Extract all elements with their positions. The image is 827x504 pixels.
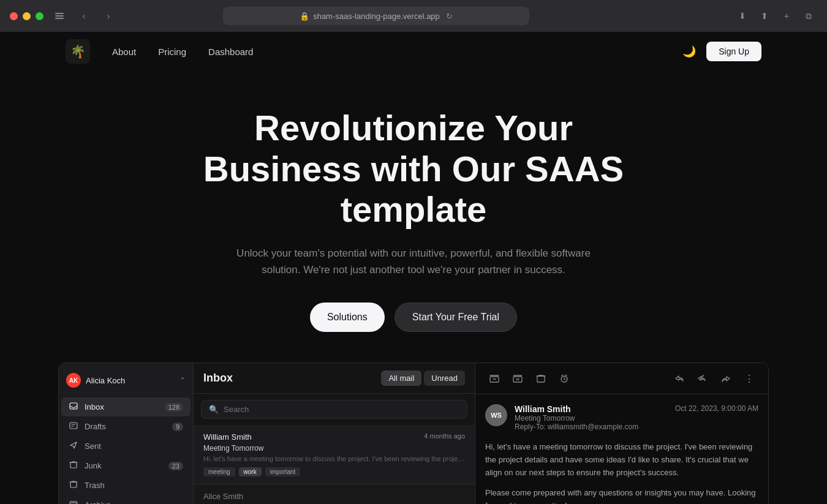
trash-button[interactable] xyxy=(532,369,550,388)
download-button[interactable]: ⬇ xyxy=(734,7,751,24)
user-avatar: AK xyxy=(66,373,81,388)
tag-work[interactable]: work xyxy=(239,467,262,476)
mail-preview: AK Alicia Koch ⌃ Inbox 128 Dra xyxy=(58,363,769,504)
back-button[interactable]: ‹ xyxy=(75,7,93,24)
email-preview: Hi, let's have a meeting tomorrow to dis… xyxy=(203,455,465,462)
sidebar-item-trash[interactable]: Trash xyxy=(61,476,191,495)
hero-subtitle: Unlock your team's potential with our in… xyxy=(230,245,597,278)
sidebar-item-drafts[interactable]: Drafts 9 xyxy=(61,417,191,436)
forward-button[interactable]: › xyxy=(100,7,117,24)
svg-rect-10 xyxy=(537,376,545,382)
drafts-icon xyxy=(69,421,78,432)
svg-rect-0 xyxy=(55,13,64,14)
archive-button[interactable] xyxy=(485,369,504,388)
filter-all-mail[interactable]: All mail xyxy=(381,370,421,386)
share-button[interactable]: ⬆ xyxy=(756,7,773,24)
snooze-button[interactable] xyxy=(555,369,573,388)
detail-content: WS William Smith Meeting Tomorrow Reply-… xyxy=(475,394,768,504)
email-time: 4 months ago xyxy=(424,432,465,442)
detail-from-info: William Smith Meeting Tomorrow Reply-To:… xyxy=(515,404,668,431)
logo[interactable]: 🌴 xyxy=(66,39,90,64)
sidebar-item-junk[interactable]: Junk 23 xyxy=(61,456,191,475)
theme-toggle-button[interactable]: 🌙 xyxy=(679,42,699,61)
sidebar-header: AK Alicia Koch ⌃ xyxy=(59,368,193,393)
browser-chrome: ‹ › 🔒 sham-saas-landing-page.vercel.app … xyxy=(0,0,827,32)
new-tab-button[interactable]: + xyxy=(778,7,795,24)
svg-rect-4 xyxy=(70,423,77,429)
chevron-icon[interactable]: ⌃ xyxy=(179,376,186,385)
page-content: 🌴 About Pricing Dashboard 🌙 Sign Up Revo… xyxy=(0,32,827,504)
sender-avatar: WS xyxy=(485,404,507,426)
detail-date: Oct 22, 2023, 9:00:00 AM xyxy=(675,404,758,413)
archive-icon xyxy=(69,500,78,504)
inbox-label: Inbox xyxy=(85,402,159,412)
sidebar-item-inbox[interactable]: Inbox 128 xyxy=(61,397,191,416)
lock-icon: 🔒 xyxy=(300,12,309,21)
sign-up-button[interactable]: Sign Up xyxy=(706,42,761,61)
nav-right: 🌙 Sign Up xyxy=(679,42,761,61)
junk-label: Junk xyxy=(85,461,162,470)
email-item-william[interactable]: William Smith 4 months ago Meeting Tomor… xyxy=(194,425,475,484)
junk-badge: 23 xyxy=(168,462,183,470)
detail-sender-name: William Smith xyxy=(515,404,668,414)
reload-icon[interactable]: ↻ xyxy=(446,12,453,21)
svg-rect-1 xyxy=(55,15,64,17)
hero-title: Revolutionize Your Business with Our SAA… xyxy=(199,108,628,230)
email-item-alice[interactable]: Alice Smith xyxy=(194,484,475,504)
solutions-button[interactable]: Solutions xyxy=(310,303,385,332)
reply-button[interactable] xyxy=(670,369,689,388)
more-options-button[interactable]: ⋮ xyxy=(740,369,758,388)
sent-icon xyxy=(69,441,78,451)
email-subject: Meeting Tomorrow xyxy=(203,444,465,453)
search-bar: 🔍 xyxy=(201,400,467,419)
nav-pricing[interactable]: Pricing xyxy=(148,42,196,62)
alice-sender: Alice Smith xyxy=(203,492,243,501)
forward-button[interactable] xyxy=(717,369,735,388)
detail-toolbar: ⋮ xyxy=(475,363,768,394)
svg-rect-2 xyxy=(55,18,64,19)
address-bar[interactable]: 🔒 sham-saas-landing-page.vercel.app ↻ xyxy=(223,7,529,25)
close-button[interactable] xyxy=(10,12,18,20)
nav-links: About Pricing Dashboard xyxy=(102,42,263,62)
minimize-button[interactable] xyxy=(23,12,31,20)
hero-buttons: Solutions Start Your Free Trial xyxy=(12,303,815,332)
detail-reply-to: Reply-To: williamsmith@example.com xyxy=(515,423,668,431)
email-tags: meeting work important xyxy=(203,467,465,476)
svg-rect-5 xyxy=(70,462,77,468)
nav-about[interactable]: About xyxy=(102,42,146,62)
detail-email-subject: Meeting Tomorrow xyxy=(515,414,668,423)
archive-x-button[interactable] xyxy=(508,369,527,388)
tabs-button[interactable]: ⧉ xyxy=(800,7,817,24)
svg-rect-6 xyxy=(70,482,77,487)
drafts-label: Drafts xyxy=(85,422,166,431)
inbox-filters: All mail Unread xyxy=(381,370,465,386)
detail-body-paragraph-1: Hi, let's have a meeting tomorrow to dis… xyxy=(485,441,758,479)
mail-preview-wrapper: AK Alicia Koch ⌃ Inbox 128 Dra xyxy=(58,363,769,504)
sidebar-item-archive[interactable]: Archive xyxy=(61,495,191,504)
sidebar-toggle-icon[interactable] xyxy=(51,7,68,24)
navbar: 🌴 About Pricing Dashboard 🌙 Sign Up xyxy=(58,32,769,71)
tag-important[interactable]: important xyxy=(265,467,301,476)
maximize-button[interactable] xyxy=(36,12,43,20)
search-input[interactable] xyxy=(224,405,459,414)
inbox-header: Inbox All mail Unread xyxy=(194,363,475,394)
sent-label: Sent xyxy=(85,442,183,451)
junk-icon xyxy=(69,461,78,471)
reply-all-button[interactable] xyxy=(693,369,712,388)
browser-right-actions: ⬇ ⬆ + ⧉ xyxy=(734,7,817,24)
filter-unread[interactable]: Unread xyxy=(424,370,465,386)
tag-meeting[interactable]: meeting xyxy=(203,467,235,476)
url-text: sham-saas-landing-page.vercel.app xyxy=(313,12,440,21)
trash-label: Trash xyxy=(85,481,183,490)
archive-label: Archive xyxy=(85,500,183,504)
sidebar-item-sent[interactable]: Sent xyxy=(61,437,191,456)
sidebar-username: Alicia Koch xyxy=(86,376,125,385)
drafts-badge: 9 xyxy=(172,423,183,431)
inbox-badge: 128 xyxy=(165,403,183,412)
inbox-title: Inbox xyxy=(203,372,233,385)
trial-button[interactable]: Start Your Free Trial xyxy=(395,303,517,332)
trash-icon xyxy=(69,480,78,491)
detail-body-paragraph-2: Please come prepared with any questions … xyxy=(485,487,758,504)
nav-dashboard[interactable]: Dashboard xyxy=(198,42,263,62)
mail-sidebar: AK Alicia Koch ⌃ Inbox 128 Dra xyxy=(59,363,194,504)
